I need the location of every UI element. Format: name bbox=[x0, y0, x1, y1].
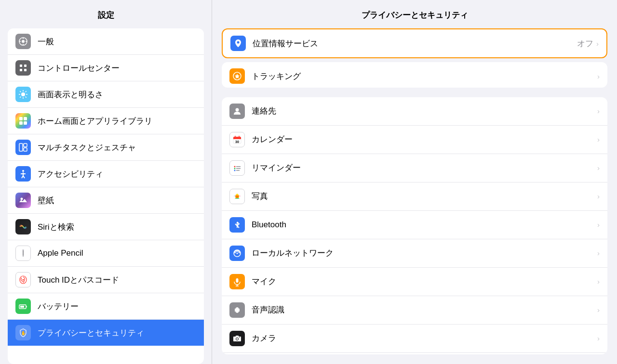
svg-point-56 bbox=[236, 195, 238, 197]
section-item-camera[interactable]: カメラ › bbox=[222, 325, 607, 353]
sidebar-item-general-label: 一般 bbox=[38, 36, 54, 47]
sidebar-item-home-label: ホーム画面とアプリライブラリ bbox=[38, 116, 152, 127]
svg-rect-7 bbox=[24, 65, 27, 67]
multitask-icon bbox=[15, 140, 31, 155]
sidebar-item-wallpaper[interactable]: 壁紙 bbox=[8, 187, 204, 214]
control-icon bbox=[15, 60, 31, 76]
localnet-chevron: › bbox=[597, 249, 600, 257]
sidebar-item-accessibility-label: アクセシビリティ bbox=[38, 169, 103, 180]
sidebar-item-multitask[interactable]: マルチタスクとジェスチャ bbox=[8, 134, 204, 161]
sidebar: 設定 一般 bbox=[0, 0, 212, 364]
section-item-calendar[interactable]: 30 カレンダー › bbox=[222, 126, 607, 154]
svg-line-17 bbox=[26, 91, 27, 92]
section-item-tracking[interactable]: トラッキング › bbox=[222, 62, 607, 88]
svg-text:30: 30 bbox=[235, 140, 239, 143]
section-item-voice[interactable]: 音声認識 › bbox=[222, 296, 607, 325]
svg-point-70 bbox=[236, 338, 238, 340]
sidebar-item-privacy[interactable]: ✋ プライバシーとセキュリティ bbox=[8, 320, 204, 346]
svg-rect-24 bbox=[24, 143, 27, 147]
svg-line-30 bbox=[23, 176, 25, 178]
camera-icon bbox=[229, 331, 245, 346]
section-item-calendar-label: カレンダー bbox=[252, 134, 597, 145]
sidebar-item-display-label: 画面表示と明るさ bbox=[38, 89, 103, 100]
section-item-camera-label: カメラ bbox=[252, 333, 597, 344]
reminders-icon bbox=[229, 160, 245, 176]
svg-point-10 bbox=[21, 92, 25, 96]
photos-icon bbox=[229, 189, 245, 204]
sidebar-item-wallpaper-label: 壁紙 bbox=[38, 195, 54, 206]
section-item-bluetooth[interactable]: Bluetooth › bbox=[222, 211, 607, 239]
section-item-reminders[interactable]: リマインダー › bbox=[222, 154, 607, 182]
svg-point-31 bbox=[21, 198, 23, 200]
svg-point-42 bbox=[236, 108, 239, 111]
localnet-icon bbox=[229, 246, 245, 261]
section-item-contacts-label: 連絡先 bbox=[252, 105, 597, 117]
section-item-health[interactable]: ヘルスケア › bbox=[222, 353, 607, 354]
sidebar-item-touchid-label: Touch IDとパスコード bbox=[38, 274, 119, 286]
sidebar-list: 一般 コントロールセンター bbox=[8, 28, 204, 364]
section-item-location[interactable]: 位置情報サービス オフ › bbox=[223, 29, 606, 57]
sidebar-item-battery-label: バッテリー bbox=[38, 301, 79, 312]
svg-point-26 bbox=[22, 170, 24, 172]
svg-text:✋: ✋ bbox=[21, 330, 27, 336]
sidebar-item-accessibility[interactable]: アクセシビリティ bbox=[8, 161, 204, 187]
svg-rect-8 bbox=[20, 69, 22, 71]
siri-icon bbox=[15, 219, 31, 234]
sidebar-item-battery[interactable]: バッテリー bbox=[8, 293, 204, 320]
section-item-localnet[interactable]: ローカルネットワーク › bbox=[222, 239, 607, 268]
section-item-photos-label: 写真 bbox=[252, 191, 597, 202]
sidebar-item-privacy-label: プライバシーとセキュリティ bbox=[38, 327, 144, 338]
svg-point-1 bbox=[22, 40, 25, 43]
svg-marker-33 bbox=[23, 256, 24, 257]
svg-point-51 bbox=[234, 169, 236, 171]
sidebar-item-siri[interactable]: Siriと検索 bbox=[8, 214, 204, 240]
voice-chevron: › bbox=[597, 306, 600, 314]
display-icon bbox=[15, 87, 31, 102]
bluetooth-chevron: › bbox=[597, 221, 600, 229]
sidebar-item-pencil[interactable]: Apple Pencil bbox=[8, 240, 204, 267]
svg-point-58 bbox=[237, 252, 238, 254]
sidebar-item-control[interactable]: コントロールセンター bbox=[8, 55, 204, 81]
svg-line-16 bbox=[26, 97, 27, 98]
section-item-tracking-label: トラッキング bbox=[252, 71, 597, 82]
section-item-localnet-label: ローカルネットワーク bbox=[252, 247, 597, 259]
section-item-reminders-label: リマインダー bbox=[252, 162, 597, 173]
sidebar-item-general[interactable]: 一般 bbox=[8, 28, 204, 55]
calendar-icon: 30 bbox=[229, 132, 245, 147]
section-item-contacts[interactable]: 連絡先 › bbox=[222, 97, 607, 126]
section-item-photos[interactable]: 写真 › bbox=[222, 182, 607, 211]
svg-point-36 bbox=[23, 279, 24, 281]
sidebar-item-display[interactable]: 画面表示と明るさ bbox=[8, 81, 204, 108]
svg-point-50 bbox=[234, 168, 236, 169]
home-icon bbox=[15, 113, 31, 129]
svg-rect-25 bbox=[24, 148, 27, 151]
svg-rect-21 bbox=[19, 121, 23, 125]
location-icon bbox=[230, 36, 246, 51]
mic-chevron: › bbox=[597, 277, 600, 286]
voice-icon bbox=[229, 302, 245, 318]
sidebar-item-control-label: コントロールセンター bbox=[38, 63, 120, 74]
sidebar-item-touchid[interactable]: Touch IDとパスコード bbox=[8, 267, 204, 293]
section-item-mic-label: マイク bbox=[252, 276, 597, 287]
svg-rect-19 bbox=[19, 117, 23, 120]
touchid-icon-bg bbox=[15, 272, 31, 287]
svg-rect-34 bbox=[23, 249, 24, 250]
svg-rect-39 bbox=[26, 306, 27, 307]
svg-point-41 bbox=[237, 41, 240, 44]
section-item-location-label: 位置情報サービス bbox=[253, 38, 577, 49]
camera-chevron: › bbox=[597, 334, 600, 342]
section-item-bluetooth-label: Bluetooth bbox=[252, 220, 597, 230]
section-item-mic[interactable]: マイク › bbox=[222, 268, 607, 296]
calendar-chevron: › bbox=[597, 135, 600, 143]
svg-point-49 bbox=[234, 166, 236, 167]
sidebar-title: 設定 bbox=[0, 0, 212, 28]
svg-point-71 bbox=[239, 337, 240, 338]
sidebar-item-multitask-label: マルチタスクとジェスチャ bbox=[38, 142, 136, 153]
privacy-icon-bg: ✋ bbox=[15, 325, 31, 340]
svg-rect-45 bbox=[233, 138, 241, 139]
section-item-location-value: オフ bbox=[577, 38, 593, 49]
svg-rect-38 bbox=[20, 306, 24, 308]
bluetooth-icon bbox=[229, 217, 245, 233]
svg-rect-6 bbox=[20, 65, 22, 67]
sidebar-item-home[interactable]: ホーム画面とアプリライブラリ bbox=[8, 108, 204, 134]
